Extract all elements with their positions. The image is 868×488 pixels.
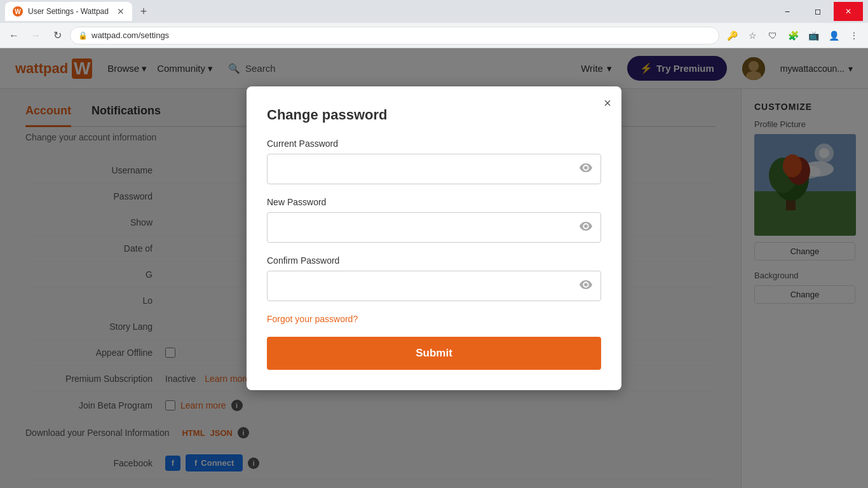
reload-button[interactable]: ↻ — [48, 27, 66, 44]
confirm-password-input-wrapper — [267, 271, 601, 301]
menu-icon[interactable]: ⋮ — [845, 27, 863, 44]
key-icon[interactable]: 🔑 — [723, 27, 741, 44]
confirm-password-group: Confirm Password — [267, 255, 601, 301]
profile-icon[interactable]: 👤 — [825, 27, 843, 44]
browser-titlebar: W User Settings - Wattpad ✕ + – ◻ ✕ — [0, 0, 868, 23]
modal-close-button[interactable]: × — [604, 97, 611, 109]
submit-button[interactable]: Submit — [267, 337, 601, 370]
confirm-password-label: Confirm Password — [267, 255, 601, 266]
current-password-input[interactable] — [267, 154, 601, 184]
star-icon[interactable]: ☆ — [743, 27, 761, 44]
address-text: wattpad.com/settings — [92, 30, 711, 40]
new-password-label: New Password — [267, 197, 601, 207]
new-password-group: New Password — [267, 197, 601, 243]
browser-tab: W User Settings - Wattpad ✕ — [5, 2, 132, 21]
shield-icon[interactable]: 🛡 — [764, 27, 782, 44]
modal-overlay[interactable]: Change password × Current Password New P… — [0, 48, 868, 488]
confirm-password-input[interactable] — [267, 271, 601, 301]
cast-icon[interactable]: 📺 — [804, 27, 822, 44]
restore-button[interactable]: ◻ — [803, 2, 832, 21]
current-password-group: Current Password — [267, 139, 601, 184]
new-tab-button[interactable]: + — [135, 3, 153, 20]
address-bar[interactable]: 🔒 wattpad.com/settings — [70, 27, 719, 44]
forgot-password-link[interactable]: Forgot your password? — [267, 314, 601, 324]
extensions-icon[interactable]: 🧩 — [784, 27, 802, 44]
modal-title: Change password — [267, 107, 601, 123]
toggle-confirm-password-icon[interactable] — [580, 280, 592, 292]
back-button[interactable]: ← — [5, 27, 23, 44]
tab-close-icon[interactable]: ✕ — [117, 6, 125, 17]
lock-icon: 🔒 — [78, 31, 88, 40]
tab-title: User Settings - Wattpad — [28, 7, 112, 16]
browser-chrome: W User Settings - Wattpad ✕ + – ◻ ✕ ← → … — [0, 0, 868, 48]
close-button[interactable]: ✕ — [834, 2, 863, 21]
change-password-modal: Change password × Current Password New P… — [247, 86, 621, 390]
new-password-input-wrapper — [267, 212, 601, 243]
minimize-button[interactable]: – — [773, 2, 802, 21]
tab-favicon: W — [13, 6, 23, 17]
svg-text:W: W — [15, 8, 21, 15]
forward-button[interactable]: → — [27, 27, 44, 44]
current-password-input-wrapper — [267, 154, 601, 184]
toggle-current-password-icon[interactable] — [580, 163, 592, 175]
toggle-new-password-icon[interactable] — [580, 222, 592, 233]
new-password-input[interactable] — [267, 212, 601, 243]
browser-toolbar: ← → ↻ 🔒 wattpad.com/settings 🔑 ☆ 🛡 🧩 📺 👤… — [0, 23, 868, 48]
current-password-label: Current Password — [267, 139, 601, 149]
